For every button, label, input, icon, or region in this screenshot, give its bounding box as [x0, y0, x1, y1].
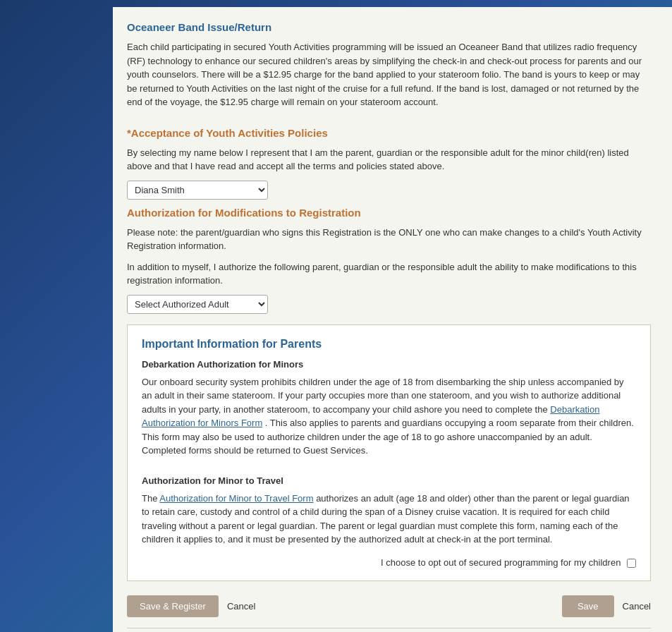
- debarkation-subtitle: Debarkation Authorization for Minors: [142, 359, 636, 370]
- oceaneer-band-body: Each child participating in secured Yout…: [127, 40, 651, 109]
- travel-text1: The: [142, 493, 159, 504]
- auth-modifications-note: Please note: the parent/guardian who sig…: [127, 226, 651, 253]
- travel-body: The Authorization for Minor to Travel Fo…: [142, 492, 636, 547]
- buttons-section: Save & Register Cancel Save Cancel: [127, 592, 651, 617]
- left-sidebar: [0, 7, 113, 632]
- authorized-adult-dropdown-wrap: Select Authorized Adult: [127, 295, 651, 314]
- debarkation-body: Our onboard security system prohibits ch…: [142, 375, 636, 458]
- save-button[interactable]: Save: [562, 595, 614, 617]
- acceptance-body: By selecting my name below I represent t…: [127, 146, 651, 174]
- opt-out-checkbox[interactable]: [627, 559, 636, 568]
- opt-out-text: I choose to opt out of secured programmi…: [381, 557, 621, 568]
- acceptance-title: *Acceptance of Youth Activities Policies: [127, 127, 651, 139]
- main-content: Oceaneer Band Issue/Return Each child pa…: [113, 7, 672, 632]
- page-wrapper: Oceaneer Band Issue/Return Each child pa…: [0, 7, 672, 632]
- important-info-box: Important Information for Parents Debark…: [127, 324, 651, 581]
- cancel-button-right[interactable]: Cancel: [623, 601, 651, 612]
- oceaneer-band-title: Oceaneer Band Issue/Return: [127, 21, 651, 33]
- important-info-title: Important Information for Parents: [142, 338, 636, 351]
- travel-subtitle: Authorization for Minor to Travel: [142, 475, 636, 486]
- acceptance-dropdown[interactable]: Diana Smith: [127, 181, 268, 200]
- opt-out-label: I choose to opt out of secured programmi…: [381, 557, 636, 568]
- cancel-button-left[interactable]: Cancel: [227, 601, 255, 612]
- opt-out-row: I choose to opt out of secured programmi…: [142, 557, 636, 568]
- left-buttons: Save & Register Cancel: [127, 595, 255, 617]
- authorized-adult-dropdown[interactable]: Select Authorized Adult: [127, 295, 268, 314]
- save-register-button[interactable]: Save & Register: [127, 595, 219, 617]
- acceptance-dropdown-wrap: Diana Smith: [127, 181, 651, 200]
- right-buttons: Save Cancel: [562, 595, 651, 617]
- travel-link[interactable]: Authorization for Minor to Travel Form: [159, 493, 313, 504]
- auth-modifications-title: Authorization for Modifications to Regis…: [127, 207, 651, 219]
- auth-modifications-body: In addition to myself, I authorize the f…: [127, 260, 651, 288]
- divider: [127, 628, 651, 628]
